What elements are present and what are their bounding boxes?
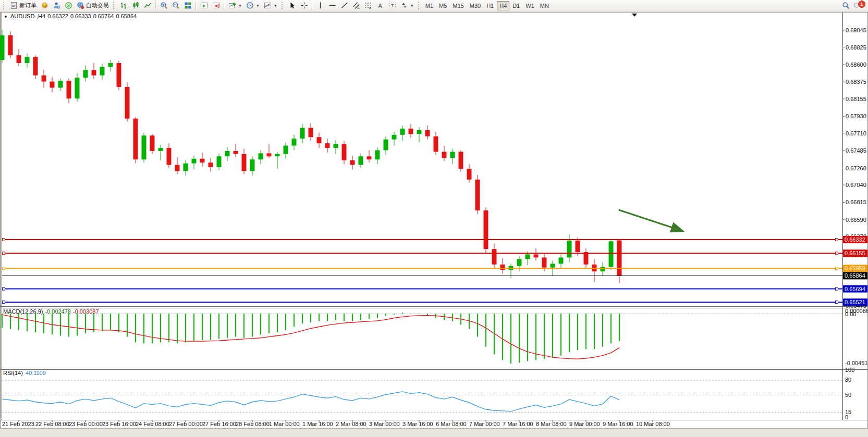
new-order-button[interactable]: 新订单 (8, 1, 39, 11)
hline-button[interactable] (326, 1, 338, 11)
timeframe-m30-button[interactable]: M30 (467, 1, 483, 10)
template-icon (264, 2, 272, 9)
price-line-label: 0.66155 (845, 250, 865, 256)
candle-down (167, 148, 172, 165)
date-label: 21 Feb 2023 (2, 421, 34, 427)
bar-chart-button[interactable] (118, 1, 130, 11)
line-handle[interactable] (836, 239, 838, 241)
candle-up (58, 81, 63, 88)
timeframe-m15-button[interactable]: M15 (450, 1, 466, 10)
timeframe-h4-button[interactable]: H4 (497, 1, 509, 10)
chevron-down-icon: ▼ (274, 4, 277, 7)
line-handle[interactable] (836, 252, 838, 255)
candle-down (467, 169, 472, 180)
candle-up (100, 67, 105, 75)
chevron-down-icon: ▼ (256, 4, 260, 7)
notifications-button[interactable]: 1 (852, 1, 864, 11)
price-tick-label: 0.69045 (846, 27, 866, 33)
timeframe-mn-button[interactable]: MN (537, 1, 552, 10)
price-tick-label: 0.67260 (846, 165, 866, 171)
cursor-button[interactable] (286, 1, 298, 11)
channel-button[interactable]: E (350, 1, 362, 11)
signals-button[interactable] (63, 1, 75, 11)
crosshair-button[interactable] (298, 1, 310, 11)
community-button[interactable] (51, 1, 63, 11)
tile-windows-button[interactable] (182, 1, 194, 11)
text-button[interactable]: A (374, 1, 386, 11)
candle-up (400, 129, 405, 135)
vline-button[interactable] (314, 1, 326, 11)
candle-down (42, 76, 46, 82)
timeframe-m5-button[interactable]: M5 (436, 1, 449, 10)
timeframe-d1-button[interactable]: D1 (510, 1, 522, 10)
date-label: 28 Feb 08:00 (236, 421, 270, 427)
add-indicator-button[interactable]: ▼ (226, 1, 244, 11)
candle-down (367, 156, 372, 159)
price-line-label: 0.65959 (845, 265, 865, 271)
candle-up (158, 148, 163, 151)
date-label: 27 Feb 00:00 (169, 421, 203, 427)
candle-down (317, 137, 322, 143)
periods-button[interactable]: ▼ (244, 1, 262, 11)
candle-up (259, 153, 263, 159)
trendline-button[interactable] (338, 1, 350, 11)
candle-up (559, 257, 564, 264)
zoom-out-button[interactable] (170, 1, 182, 11)
line-handle[interactable] (3, 301, 5, 304)
candle-down (242, 154, 247, 171)
candle-up (417, 130, 422, 134)
timeframe-w1-button[interactable]: W1 (523, 1, 537, 10)
price-tick-label: 0.67710 (846, 130, 866, 136)
macd-axis-label: -0.004519 (845, 360, 868, 366)
line-handle[interactable] (3, 252, 5, 255)
auto-scroll-button[interactable] (198, 1, 210, 11)
chart-canvas[interactable]: 0.690450.688250.686000.683750.681550.679… (0, 0, 868, 437)
line-handle[interactable] (3, 267, 5, 270)
channel-icon: E (352, 2, 360, 9)
candle-up (0, 35, 5, 60)
price-tick-label: 0.68600 (846, 61, 866, 68)
shapes-button[interactable]: ▼ (398, 1, 416, 11)
notification-badge: 1 (858, 1, 865, 8)
line-chart-button[interactable] (142, 1, 154, 11)
price-line-label: 0.65694 (845, 286, 865, 292)
candle-down (33, 57, 38, 76)
rsi-axis-label: 100 (845, 367, 854, 373)
line-handle[interactable] (836, 288, 838, 290)
status-bar (0, 428, 868, 437)
tile-windows-icon (184, 2, 192, 9)
search-button[interactable] (840, 1, 852, 11)
line-handle[interactable] (836, 267, 838, 270)
candle-down (500, 265, 505, 270)
candle-down (17, 55, 21, 63)
line-handle[interactable] (3, 288, 5, 290)
toolbar-separator (224, 2, 225, 10)
fibo-icon: F (364, 2, 372, 9)
date-label: 3 Mar 16:00 (402, 421, 433, 427)
line-chart-icon (144, 2, 152, 9)
candle-down (325, 143, 330, 148)
date-label: 7 Mar 00:00 (469, 421, 500, 427)
chart-shift-button[interactable] (210, 1, 222, 11)
candle-down (409, 129, 413, 134)
fibo-button[interactable]: F (362, 1, 374, 11)
price-tick-label: 0.68375 (846, 79, 866, 85)
timeframe-h1-button[interactable]: H1 (484, 1, 496, 10)
line-handle[interactable] (3, 239, 5, 241)
candles-icon (132, 2, 140, 9)
candle-down (459, 152, 463, 169)
zoom-in-icon (160, 2, 168, 9)
autotrade-button[interactable]: 自动交易 (75, 1, 111, 11)
timeframe-m1-button[interactable]: M1 (423, 1, 436, 10)
candle-up (225, 151, 230, 156)
templates-button[interactable]: ▼ (262, 1, 279, 11)
label-button[interactable]: T (386, 1, 398, 11)
candle-up (108, 63, 113, 67)
line-handle[interactable] (836, 301, 838, 304)
candle-up (217, 156, 222, 167)
gold-box-button[interactable] (39, 1, 51, 11)
candle-down (234, 151, 238, 154)
zoom-in-button[interactable] (158, 1, 170, 11)
autotrade-label: 自动交易 (86, 2, 109, 9)
candlestick-button[interactable] (130, 1, 142, 11)
